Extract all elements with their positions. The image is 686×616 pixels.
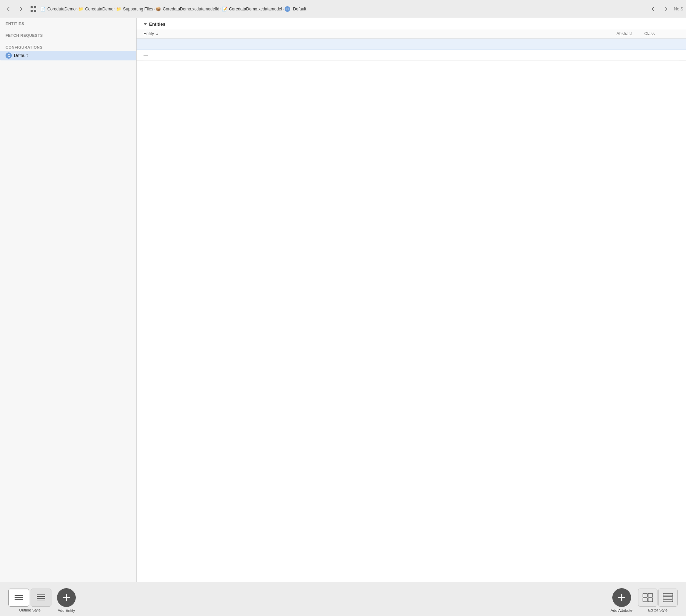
svg-rect-21 — [663, 600, 673, 602]
entities-panel: Entities Entity ▲ Abstract Class — — [137, 18, 686, 582]
outline-style-group: Outline Style — [8, 589, 51, 612]
svg-rect-5 — [15, 597, 23, 598]
model-icon-4: 📝 — [222, 7, 227, 11]
model-icon-3: 📦 — [156, 7, 161, 11]
entities-header: Entities — [137, 18, 686, 29]
breadcrumb-item-1[interactable]: 📁 CoredataDemo — [78, 7, 113, 11]
svg-rect-17 — [643, 598, 647, 602]
entities-section-header: ENTITIES — [0, 18, 136, 27]
add-attribute-button[interactable]: Add Attribute — [611, 588, 632, 613]
svg-rect-1 — [34, 6, 36, 8]
breadcrumb-item-2[interactable]: 📁 Supporting Files — [116, 7, 153, 11]
forward-button[interactable] — [15, 4, 26, 14]
breadcrumb: 📄 CoredataDemo › 📁 CoredataDemo › 📁 Supp… — [40, 6, 646, 12]
svg-rect-3 — [34, 10, 36, 12]
svg-rect-8 — [37, 596, 45, 597]
editor-style-btn-1[interactable] — [638, 589, 658, 607]
editor-style-btn-2[interactable] — [658, 589, 678, 607]
configurations-section-header: CONFIGURATIONS — [0, 42, 136, 51]
top-toolbar: 📄 CoredataDemo › 📁 CoredataDemo › 📁 Supp… — [0, 0, 686, 18]
main-layout: ENTITIES FETCH REQUESTS CONFIGURATIONS C… — [0, 18, 686, 582]
svg-rect-9 — [37, 598, 45, 599]
folder-icon-2: 📁 — [116, 7, 121, 11]
col-class-header[interactable]: Class — [644, 31, 679, 36]
breadcrumb-item-3[interactable]: 📦 CoredataDemo.xcdatamodelId — [156, 7, 219, 11]
svg-rect-18 — [648, 598, 653, 602]
fetch-requests-section-header: FETCH REQUESTS — [0, 30, 136, 39]
breadcrumb-item-4[interactable]: 📝 CoredataDemo.xcdatamodel — [222, 7, 282, 11]
svg-rect-2 — [31, 10, 33, 12]
add-entity-button[interactable]: Add Entity — [57, 588, 76, 613]
bottom-left: Outline Style Add Entity — [8, 588, 76, 613]
outline-style-btn-2[interactable] — [31, 589, 51, 607]
entities-table-header: Entity ▲ Abstract Class — [137, 29, 686, 39]
editor-style-group: Editor Style — [638, 589, 678, 612]
col-abstract-header[interactable]: Abstract — [616, 31, 644, 36]
separator-line — [144, 61, 679, 61]
bottom-toolbar: Outline Style Add Entity Add Attribute — [0, 582, 686, 616]
toolbar-right: No S — [647, 4, 683, 14]
add-entity-label: Add Entity — [58, 608, 75, 613]
outline-style-buttons — [8, 589, 51, 607]
svg-rect-16 — [648, 593, 653, 597]
bottom-right: Add Attribute — [611, 588, 678, 613]
col-entity-header[interactable]: Entity ▲ — [144, 31, 616, 36]
svg-rect-4 — [15, 595, 23, 596]
svg-rect-6 — [15, 599, 23, 600]
empty-dash: — — [144, 52, 148, 58]
add-attribute-label: Add Attribute — [611, 608, 632, 613]
sort-arrow-icon: ▲ — [155, 32, 159, 36]
add-entity-icon — [57, 588, 76, 607]
svg-rect-20 — [663, 597, 673, 599]
entities-toggle[interactable]: Entities — [144, 22, 165, 27]
add-attribute-icon — [612, 588, 631, 607]
triangle-down-icon — [144, 23, 147, 25]
svg-rect-15 — [643, 593, 647, 597]
nav-back-button[interactable] — [647, 4, 659, 14]
sidebar: ENTITIES FETCH REQUESTS CONFIGURATIONS C… — [0, 18, 137, 582]
folder-icon-1: 📁 — [78, 7, 83, 11]
breadcrumb-item-5[interactable]: C Default — [285, 6, 306, 12]
breadcrumb-item-0[interactable]: 📄 CoredataDemo — [40, 7, 75, 11]
editor-style-buttons — [638, 589, 678, 607]
content-area: Entities Entity ▲ Abstract Class — — [137, 18, 686, 582]
sidebar-item-default[interactable]: C Default — [0, 51, 136, 60]
nav-forward-button[interactable] — [661, 4, 672, 14]
outline-style-btn-1[interactable] — [8, 589, 29, 607]
svg-rect-0 — [31, 6, 33, 8]
svg-rect-19 — [663, 593, 673, 596]
svg-rect-10 — [37, 600, 45, 600]
no-s-label: No S — [674, 7, 683, 11]
table-row-highlighted[interactable] — [137, 39, 686, 50]
svg-rect-7 — [37, 594, 45, 595]
table-row-empty: — — [137, 50, 686, 61]
config-icon-5: C — [285, 6, 290, 12]
project-icon: 📄 — [40, 7, 46, 11]
editor-style-label: Editor Style — [648, 608, 668, 612]
outline-style-label: Outline Style — [19, 608, 41, 612]
config-icon: C — [6, 52, 12, 59]
back-button[interactable] — [3, 4, 14, 14]
grid-view-button[interactable] — [28, 4, 39, 14]
